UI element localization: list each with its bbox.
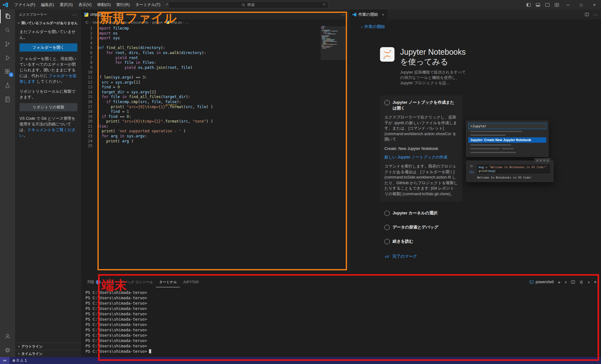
radio-circle-icon[interactable] bbox=[384, 211, 390, 216]
mark-done-link[interactable]: ✓✓ 完了のマーク bbox=[380, 254, 462, 259]
walkthrough-back-link[interactable]: ‹ 作業の開始 bbox=[361, 24, 385, 30]
step-description-1: エクスプローラーで右クリックし、拡張子が .ipynb の新しいファイルを作成し… bbox=[384, 115, 458, 142]
panel-tab[interactable]: 問題1 bbox=[84, 277, 104, 287]
radio-circle-icon[interactable] bbox=[384, 100, 390, 105]
problems-status[interactable]: ⊗ 0 ⚠ 1 bbox=[9, 358, 30, 363]
cell-output: Welcome to Notebooks in VS Code! bbox=[477, 174, 551, 180]
panel-tab[interactable]: ターミナル bbox=[156, 277, 180, 287]
breadcrumb-item[interactable]: shimada-teruo bbox=[105, 20, 127, 24]
outline-section[interactable]: › アウトライン bbox=[15, 343, 81, 350]
more-actions-icon[interactable]: ··· bbox=[593, 12, 598, 17]
menu-item[interactable]: 表示(V) bbox=[75, 0, 94, 9]
run-debug-icon[interactable] bbox=[0, 51, 15, 65]
radio-circle-icon[interactable] bbox=[384, 225, 390, 230]
account-icon[interactable] bbox=[0, 329, 15, 343]
breadcrumb-item[interactable]: C: bbox=[85, 20, 89, 24]
shell-selector[interactable]: powershell bbox=[529, 280, 554, 284]
panel-tab[interactable]: デバッグ コンソール bbox=[117, 277, 156, 287]
code-line-content: print( "src={0}\tcmp={1}".format(src, fi… bbox=[97, 105, 213, 110]
inline-link[interactable]: ドキュメントをご覧ください bbox=[19, 128, 76, 138]
code-line-content: find = 0 bbox=[97, 85, 120, 90]
settings-gear-icon[interactable]: ⚙ bbox=[0, 343, 15, 357]
toggle-sidebar-icon[interactable] bbox=[524, 0, 533, 9]
code-line-content: import os bbox=[97, 31, 118, 36]
toggle-secondary-sidebar-icon[interactable] bbox=[543, 0, 552, 9]
menu-item[interactable]: 実行(R) bbox=[113, 0, 132, 9]
code-editor[interactable]: 1import filecmp2import os3import sys45de… bbox=[81, 25, 349, 277]
back-link-label: 作業の開始 bbox=[364, 24, 385, 30]
breadcrumb-item[interactable]: Documents bbox=[131, 20, 149, 24]
customize-layout-icon[interactable] bbox=[552, 0, 561, 9]
editor-actions: ··· bbox=[341, 9, 345, 19]
python-file-icon bbox=[84, 13, 88, 17]
menu-item[interactable]: 移動(G) bbox=[94, 0, 113, 9]
remote-indicator[interactable]: >< bbox=[0, 357, 9, 364]
line-number: 16 bbox=[81, 100, 97, 105]
radio-circle-icon[interactable] bbox=[384, 239, 390, 244]
close-panel-icon[interactable]: × bbox=[594, 279, 597, 284]
timeline-section[interactable]: › タイムライン bbox=[15, 350, 81, 357]
search-sidebar-icon[interactable] bbox=[0, 23, 15, 37]
breadcrumb-item[interactable]: Users bbox=[93, 20, 102, 24]
breadcrumb-separator-icon: › bbox=[90, 20, 91, 24]
step-header[interactable]: Jupyter ノートブックを作成または開く bbox=[384, 100, 458, 111]
terminal-output[interactable]: PS C:\Users\shimada-teruo>PS C:\Users\sh… bbox=[81, 287, 601, 354]
close-button[interactable]: × bbox=[588, 0, 601, 9]
source-control-icon[interactable] bbox=[0, 37, 15, 51]
minimap[interactable] bbox=[321, 26, 346, 50]
split-editor-icon[interactable] bbox=[585, 12, 589, 17]
menu-item[interactable]: 編集(E) bbox=[38, 0, 57, 9]
panel-tab[interactable]: JUPYTER bbox=[180, 277, 202, 287]
breadcrumb-item[interactable]: cmp.py bbox=[171, 20, 182, 24]
step-label: Jupyter カーネルの選択 bbox=[393, 210, 438, 216]
text-segment: msg bbox=[489, 169, 494, 173]
step-read-more[interactable]: 続きを読む bbox=[380, 239, 462, 244]
split-terminal-icon[interactable] bbox=[571, 280, 575, 284]
line-number: 4 bbox=[81, 41, 97, 46]
code-line: 21else: bbox=[81, 124, 349, 129]
warning-count: 1 bbox=[25, 358, 27, 363]
menu-item[interactable]: 選択(S) bbox=[57, 0, 76, 9]
explorer-icon[interactable] bbox=[0, 9, 15, 23]
sidebar-section-no-folder[interactable]: › 開いているフォルダーがありません bbox=[15, 19, 81, 26]
tab-getting-started[interactable]: 作業の開始 × bbox=[349, 9, 387, 19]
terminal-line: PS C:\Users\shimada-teruo> bbox=[85, 349, 601, 354]
extensions-icon[interactable]: 1 bbox=[0, 65, 15, 79]
terminal-line: PS C:\Users\shimada-teruo> bbox=[85, 338, 601, 343]
testing-icon[interactable] bbox=[0, 79, 15, 92]
more-actions-icon[interactable]: ··· bbox=[341, 12, 345, 17]
create-notebook-link[interactable]: 新しい Jupyter ノートブックの作成 bbox=[384, 155, 447, 160]
terminal-line: PS C:\Users\shimada-teruo> bbox=[85, 290, 601, 295]
tab-cmp-py[interactable]: cmp.py × bbox=[81, 9, 112, 19]
no-folder-text: まだフォルダーを開いていません。 bbox=[19, 29, 77, 40]
step-explore-debug[interactable]: データの探索とデバッグ bbox=[380, 224, 462, 230]
step-select-kernel[interactable]: Jupyter カーネルの選択 bbox=[380, 210, 462, 216]
tab-close-icon[interactable]: × bbox=[382, 12, 384, 17]
breadcrumb-item[interactable]: python bbox=[152, 20, 163, 24]
panel-tab[interactable]: 出力 bbox=[104, 277, 117, 287]
maximize-panel-icon[interactable]: ∧ bbox=[587, 280, 590, 284]
open-folder-button[interactable]: フォルダーを開く bbox=[19, 43, 77, 52]
toggle-panel-icon[interactable] bbox=[533, 0, 543, 9]
terminal-dropdown-icon[interactable]: ∨ bbox=[565, 280, 567, 284]
line-number: 10 bbox=[81, 70, 97, 75]
restore-button[interactable]: □ bbox=[575, 0, 588, 9]
search-input[interactable]: 検索 ∨ bbox=[168, 1, 328, 8]
section-title: 開いているフォルダーがありません bbox=[21, 21, 78, 25]
notebook-icon[interactable] bbox=[0, 92, 15, 106]
notebook-cell-mockup: ▷ [1] msg = "Welcome to Notebooks in VS … bbox=[466, 161, 554, 182]
clone-repository-button[interactable]: リポジトリの複製 bbox=[19, 103, 77, 111]
new-terminal-icon[interactable]: + bbox=[558, 279, 560, 285]
breadcrumb-item[interactable]: ... bbox=[185, 20, 188, 24]
minimize-button[interactable]: ─ bbox=[561, 0, 575, 9]
code-line-content: for arg in sys.argv: bbox=[97, 134, 147, 139]
tab-close-icon[interactable]: × bbox=[107, 12, 109, 17]
error-count: 0 bbox=[17, 358, 19, 363]
menu-item[interactable]: ターミナル(T) bbox=[133, 0, 163, 9]
sidebar-more-icon[interactable]: ··· bbox=[72, 12, 77, 17]
terminal-line: PS C:\Users\shimada-teruo> bbox=[85, 343, 601, 349]
kill-terminal-icon[interactable] bbox=[579, 280, 583, 284]
search-dropdown-chevron-icon[interactable]: ∨ bbox=[323, 3, 325, 6]
activity-bar: 1 ⚙ bbox=[0, 9, 15, 357]
menu-item[interactable]: ファイル(F) bbox=[11, 0, 38, 9]
